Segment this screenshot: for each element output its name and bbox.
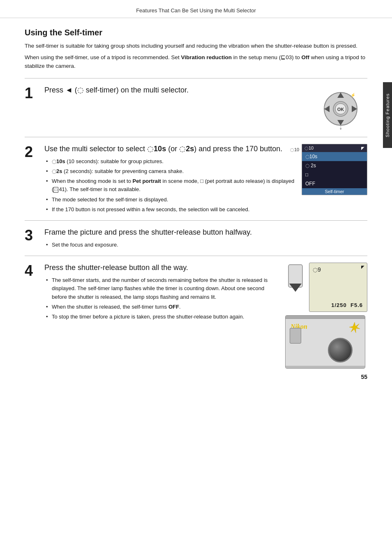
step-4-images: ◤ ◌9 1/250 F5.6 Nikon xyxy=(285,263,367,369)
svg-text:⇣: ⇣ xyxy=(339,126,342,130)
page-header: Features That Can Be Set Using the Multi… xyxy=(0,0,392,18)
step-1-block: 1 Press ◄ (◌ self-timer) on the multi se… xyxy=(25,78,367,137)
menu-row-portrait: □ xyxy=(302,170,367,179)
menu-side-icon: ◌10 xyxy=(290,147,299,152)
main-content: Using the Self-timer The self-timer is s… xyxy=(0,18,392,390)
camera-body-image: Nikon xyxy=(285,315,365,369)
step-4-bullets: The self-timer starts, and the number of… xyxy=(44,276,279,321)
step-3-block: 3 Frame the picture and press the shutte… xyxy=(25,220,367,256)
selftimer-menu: ◌10 ◤ ◌10s ◌ 2s □ xyxy=(302,144,367,195)
intro2-start: When using the self-timer, use of a trip… xyxy=(25,54,181,60)
step-4-bullet-2: When the shutter is released, the self-t… xyxy=(46,303,279,311)
step-1-heading: Press ◄ (◌ self-timer) on the multi sele… xyxy=(44,85,306,95)
menu-row-portrait-label: □ xyxy=(305,172,308,178)
svg-marker-10 xyxy=(349,322,360,333)
intro-paragraph-1: The self-timer is suitable for taking gr… xyxy=(25,42,367,51)
step-2-bullet-1: ◌10s (10 seconds): suitable for group pi… xyxy=(46,157,295,166)
step-3-bullets: Set the focus and exposure. xyxy=(44,241,367,249)
svg-text:◌: ◌ xyxy=(324,105,327,109)
menu-row-10s-label: ◌10s xyxy=(305,154,317,159)
step-2-bullet-5: If the 170 button is not pressed within … xyxy=(46,205,295,214)
intro-paragraph-2: When using the self-timer, use of a trip… xyxy=(25,53,367,71)
lcd-corner-icon: ◤ xyxy=(361,265,364,269)
multi-selector-svg: OK ◌ ⚡ ⇣ xyxy=(314,85,367,130)
step-1-number: 1 xyxy=(25,85,44,101)
camera-lamp-svg xyxy=(348,321,361,334)
menu-footer-label: Self-timer xyxy=(325,189,344,194)
step-2-bullet-4: The mode selected for the self-timer is … xyxy=(46,196,295,204)
step-4-bullet-1: The self-timer starts, and the number of… xyxy=(46,276,279,301)
menu-row-off: OFF xyxy=(302,179,367,188)
selftimer-menu-container: ◌10 ◌10 ◤ ◌10s ◌ 2s xyxy=(302,144,367,195)
header-title: Features That Can Be Set Using the Multi… xyxy=(136,7,256,14)
camera-lcd-display: ◤ ◌9 1/250 F5.6 xyxy=(309,263,367,312)
step-3-number: 3 xyxy=(25,227,44,243)
camera-shutter-area xyxy=(290,328,301,344)
step-4-text: Press the shutter-release button all the… xyxy=(44,263,285,369)
shutter-arrow-area xyxy=(285,263,306,293)
lcd-shutter-speed: 1/250 xyxy=(331,302,347,308)
step-3-content: Frame the picture and press the shutter-… xyxy=(44,227,367,251)
intro2-bold: Vibration reduction xyxy=(181,54,232,60)
step-2-layout: Use the multi selector to select ◌10s (o… xyxy=(44,144,367,215)
step-4-layout: Press the shutter-release button all the… xyxy=(44,263,367,369)
lcd-timer-icon: ◌9 xyxy=(313,266,321,273)
intro2-off: Off xyxy=(302,54,310,60)
step-2-block: 2 Use the multi selector to select ◌10s … xyxy=(25,137,367,220)
camera-bottom-bar xyxy=(286,366,365,368)
selftimer-menu-footer: Self-timer xyxy=(302,188,367,195)
step-2-image: ◌10 ◌10 ◤ ◌10s ◌ 2s xyxy=(302,144,367,215)
camera-top-bar xyxy=(286,316,365,319)
menu-header-arrow: ◤ xyxy=(361,146,364,150)
step-2-heading: Use the multi selector to select ◌10s (o… xyxy=(44,144,295,154)
step-1-image: OK ◌ ⚡ ⇣ xyxy=(314,85,367,132)
lcd-timer-row: ◌9 xyxy=(313,266,364,273)
menu-row-10s: ◌10s xyxy=(302,152,367,161)
lcd-exposure-row: 1/250 F5.6 xyxy=(331,302,363,308)
intro2-end: in the setup menu (⊑03) to xyxy=(232,54,302,60)
page-title: Using the Self-timer xyxy=(25,28,367,37)
step-4-heading: Press the shutter-release button all the… xyxy=(44,263,279,273)
page-number: 55 xyxy=(361,374,367,380)
step-3-bullet-1: Set the focus and exposure. xyxy=(46,241,367,249)
step-4-block: 4 Press the shutter-release button all t… xyxy=(25,256,367,374)
selftimer-menu-header: ◌10 ◤ xyxy=(302,144,367,152)
camera-lens xyxy=(328,338,353,362)
step-4-number: 4 xyxy=(25,263,44,278)
step-2-bullet-3: When the shooting mode is set to Pet por… xyxy=(46,177,295,194)
step-3-heading: Frame the picture and press the shutter-… xyxy=(44,227,367,238)
step-1-content: Press ◄ (◌ self-timer) on the multi sele… xyxy=(44,85,367,132)
step-4-bullet-3: To stop the timer before a picture is ta… xyxy=(46,313,279,321)
step-2-content: Use the multi selector to select ◌10s (o… xyxy=(44,144,367,215)
lcd-aperture: F5.6 xyxy=(350,302,363,308)
step-1-text: Press ◄ (◌ self-timer) on the multi sele… xyxy=(44,85,306,132)
svg-text:OK: OK xyxy=(337,107,344,112)
camera-lamp-area xyxy=(348,321,357,330)
step-2-number: 2 xyxy=(25,144,44,159)
step-2-bullet-2: ◌2s (2 seconds): suitable for preventing… xyxy=(46,167,295,175)
menu-row-2s-label: ◌ 2s xyxy=(305,163,316,168)
menu-header-icon: ◌10 xyxy=(304,145,314,151)
menu-row-2s: ◌ 2s xyxy=(302,161,367,170)
svg-text:⚡: ⚡ xyxy=(350,92,356,98)
step-2-bullets: ◌10s (10 seconds): suitable for group pi… xyxy=(44,157,295,214)
step-4-shutter-row: ◤ ◌9 1/250 F5.6 xyxy=(285,263,367,312)
menu-row-off-label: OFF xyxy=(305,181,315,187)
step-2-text: Use the multi selector to select ◌10s (o… xyxy=(44,144,302,215)
step-1-layout: Press ◄ (◌ self-timer) on the multi sele… xyxy=(44,85,367,132)
step-4-content: Press the shutter-release button all the… xyxy=(44,263,367,369)
shutter-press-svg xyxy=(285,264,306,293)
